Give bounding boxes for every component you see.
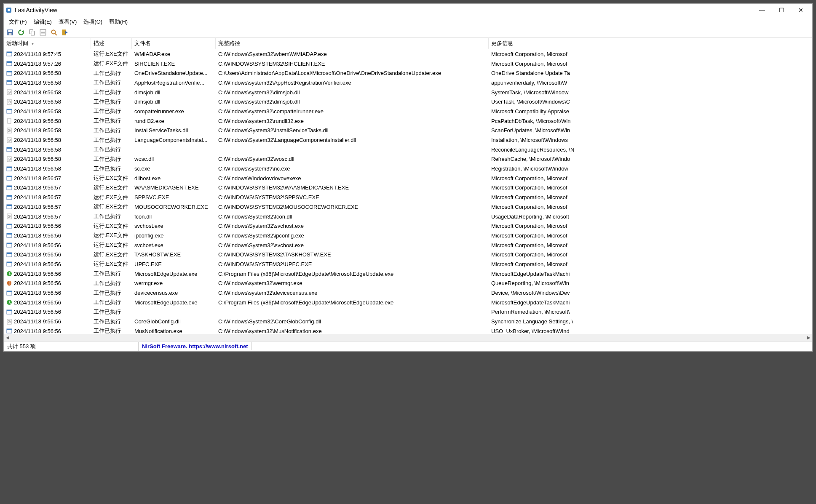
table-row[interactable]: 2024/11/18 9:56:57运行.EXE文件SPPSVC.EXEC:\W… [4, 192, 812, 202]
table-row[interactable]: 2024/11/18 9:56:56运行.EXE文件svchost.exeC:\… [4, 221, 812, 231]
cell-time: 2024/11/18 9:56:58 [4, 108, 91, 115]
exe-icon [6, 51, 12, 57]
table-row[interactable]: 2024/11/18 9:56:58工作已执行dimsjob.dllC:\Win… [4, 88, 812, 97]
cell-info: PerformRemediation, \Microsoft\ [489, 309, 579, 315]
cell-file: compattelrunner.exe [132, 108, 216, 115]
cell-path: C:\WINDOWS\SYSTEM32\WAASMEDICAGENT.EXE [216, 184, 489, 191]
minimize-button[interactable]: — [752, 4, 772, 16]
scroll-left-icon[interactable]: ◀ [4, 334, 11, 341]
svg-rect-60 [7, 243, 12, 244]
table-row[interactable]: 2024/11/18 9:56:56运行.EXE文件svchost.exeC:\… [4, 240, 812, 250]
svg-rect-75 [7, 329, 12, 330]
table-row[interactable]: 2024/11/18 9:56:58工作已执行compattelrunner.e… [4, 107, 812, 116]
properties-icon[interactable] [39, 29, 47, 36]
cell-desc: 工作已执行 [91, 165, 132, 173]
list-body[interactable]: 2024/11/18 9:57:45运行.EXE文件WMIADAP.exeC:\… [4, 49, 812, 334]
table-row[interactable]: 2024/11/18 9:56:58工作已执行AppHostRegistrati… [4, 78, 812, 88]
exit-icon[interactable] [61, 29, 69, 36]
cell-desc: 运行.EXE文件 [91, 60, 132, 67]
menu-help[interactable]: 帮助(H) [106, 17, 131, 27]
cell-desc: 运行.EXE文件 [91, 184, 132, 192]
table-row[interactable]: 2024/11/18 9:56:56工作已执行CoreGlobConfig.dl… [4, 317, 812, 326]
table-row[interactable]: 2024/11/18 9:56:57运行.EXE文件dllhost.exeC:\… [4, 173, 812, 183]
table-row[interactable]: 2024/11/18 9:56:56工作已执行PerformRemediatio… [4, 307, 812, 317]
cell-info: QueueReporting, \Microsoft\Win [489, 280, 579, 286]
cell-desc: 运行.EXE文件 [91, 174, 132, 182]
cell-path: C:\Windows\System32\ipconfig.exe [216, 232, 489, 239]
cell-file: MicrosoftEdgeUpdate.exe [132, 299, 216, 306]
cell-file: wermgr.exe [132, 280, 216, 286]
cell-path: C:\Windows\system32\compattelrunner.exe [216, 108, 489, 115]
table-row[interactable]: 2024/11/18 9:56:56工作已执行wermgr.exeC:\Wind… [4, 279, 812, 288]
table-row[interactable]: 2024/11/18 9:57:45运行.EXE文件WMIADAP.exeC:\… [4, 49, 812, 59]
list-header: 活动时间▾ 描述 文件名 完整路径 更多信息 [4, 38, 812, 49]
table-row[interactable]: 2024/11/18 9:56:58工作已执行dimsjob.dllC:\Win… [4, 97, 812, 107]
cell-info: MicrosoftEdgeUpdateTaskMachi [489, 299, 579, 306]
cell-time: 2024/11/18 9:57:26 [4, 61, 91, 67]
column-header-time[interactable]: 活动时间▾ [4, 38, 91, 49]
cell-path: C:\WINDOWS\SYSTEM32\UPFC.EXE [216, 261, 489, 267]
table-row[interactable]: 2024/11/18 9:56:57运行.EXE文件WAASMEDICAGENT… [4, 183, 812, 193]
cell-time: 2024/11/18 9:57:45 [4, 51, 91, 57]
table-row[interactable]: 2024/11/18 9:56:56工作已执行MicrosoftEdgeUpda… [4, 298, 812, 307]
table-row[interactable]: 2024/11/18 9:56:57工作已执行fcon.dllC:\Window… [4, 212, 812, 221]
scroll-track[interactable] [11, 334, 805, 341]
cell-desc: 工作已执行 [91, 117, 132, 125]
scroll-right-icon[interactable]: ▶ [805, 334, 812, 341]
table-row[interactable]: 2024/11/18 9:56:58工作已执行rundll32.exeC:\Wi… [4, 116, 812, 126]
cell-info: Microsoft Corporation, Microsof [489, 251, 579, 258]
close-button[interactable]: ✕ [791, 4, 811, 16]
time-text: 2024/11/18 9:56:58 [14, 156, 61, 162]
table-row[interactable]: 2024/11/18 9:57:26运行.EXE文件SIHCLIENT.EXEC… [4, 59, 812, 69]
column-header-desc[interactable]: 描述 [91, 38, 132, 49]
find-icon[interactable] [50, 29, 58, 36]
horizontal-scrollbar[interactable]: ◀ ▶ [4, 334, 812, 341]
copy-icon[interactable] [28, 29, 36, 36]
menu-edit[interactable]: 编辑(E) [30, 17, 55, 27]
cell-desc: 运行.EXE文件 [91, 232, 132, 239]
time-text: 2024/11/18 9:56:58 [14, 118, 61, 124]
table-row[interactable]: 2024/11/18 9:56:57运行.EXE文件MOUSOCOREWORKE… [4, 202, 812, 212]
time-text: 2024/11/18 9:56:56 [14, 290, 61, 296]
cell-desc: 运行.EXE文件 [91, 203, 132, 211]
cell-time: 2024/11/18 9:56:56 [4, 318, 91, 325]
svg-rect-49 [7, 195, 12, 197]
window-title: LastActivityView [15, 7, 752, 13]
table-row[interactable]: 2024/11/18 9:56:58工作已执行InstallServiceTas… [4, 126, 812, 136]
table-row[interactable]: 2024/11/18 9:56:56工作已执行MusNotification.e… [4, 326, 812, 334]
table-row[interactable]: 2024/11/18 9:56:56工作已执行MicrosoftEdgeUpda… [4, 269, 812, 279]
svg-point-27 [9, 101, 10, 102]
svg-point-73 [9, 321, 10, 322]
menu-file[interactable]: 文件(F) [5, 17, 30, 27]
column-header-path[interactable]: 完整路径 [216, 38, 489, 49]
exe-icon [6, 223, 12, 229]
cell-file: OneDriveStandaloneUpdate... [132, 70, 216, 76]
table-row[interactable]: 2024/11/18 9:56:58工作已执行OneDriveStandalon… [4, 68, 812, 78]
menu-view[interactable]: 查看(V) [55, 17, 80, 27]
cell-info: Microsoft Corporation, Microsof [489, 184, 579, 191]
menu-options[interactable]: 选项(O) [80, 17, 106, 27]
table-row[interactable]: 2024/11/18 9:56:58工作已执行wosc.dllC:\Window… [4, 155, 812, 164]
cell-info: OneDrive Standalone Update Ta [489, 70, 579, 76]
save-icon[interactable] [6, 29, 14, 36]
table-row[interactable]: 2024/11/18 9:56:58工作已执行sc.exeC:\Windows\… [4, 164, 812, 173]
cell-time: 2024/11/18 9:56:57 [4, 204, 91, 210]
cell-time: 2024/11/18 9:56:58 [4, 70, 91, 76]
maximize-button[interactable]: ☐ [772, 4, 791, 16]
status-link[interactable]: NirSoft Freeware. https://www.nirsoft.ne… [139, 342, 252, 350]
doc-icon [6, 118, 12, 124]
svg-rect-58 [7, 233, 12, 235]
app-window: LastActivityView — ☐ ✕ 文件(F) 编辑(E) 查看(V)… [3, 3, 813, 352]
cell-path: C:\Windows\System32\fcon.dll [216, 213, 489, 220]
table-row[interactable]: 2024/11/18 9:56:56工作已执行devicecensus.exeC… [4, 288, 812, 298]
column-header-file[interactable]: 文件名 [132, 38, 216, 49]
refresh-icon[interactable] [17, 29, 25, 36]
table-row[interactable]: 2024/11/18 9:56:56运行.EXE文件UPFC.EXEC:\WIN… [4, 259, 812, 269]
table-row[interactable]: 2024/11/18 9:56:58工作已执行LanguageComponent… [4, 135, 812, 145]
table-row[interactable]: 2024/11/18 9:56:56运行.EXE文件ipconfig.exeC:… [4, 231, 812, 240]
column-header-info[interactable]: 更多信息 [489, 38, 579, 49]
table-row[interactable]: 2024/11/18 9:56:56运行.EXE文件TASKHOSTW.EXEC… [4, 250, 812, 259]
table-row[interactable]: 2024/11/18 9:56:58工作已执行ReconcileLanguage… [4, 145, 812, 155]
cell-time: 2024/11/18 9:56:56 [4, 280, 91, 286]
cell-file: TASKHOSTW.EXE [132, 251, 216, 258]
